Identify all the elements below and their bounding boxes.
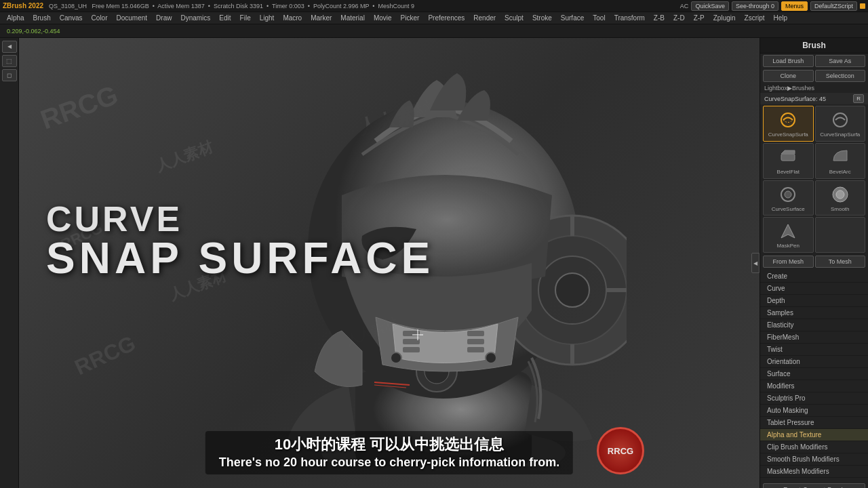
brush-clone-row: Clone SelectIcon [760, 68, 868, 83]
left-tool-2[interactable]: ⬚ [2, 55, 17, 67]
text-overlay: CURVE SNAP SURFACE [46, 201, 434, 280]
brush-smooth[interactable]: Smooth [815, 180, 866, 216]
left-tool-1[interactable]: ◀ [2, 41, 17, 53]
panel-expand-arrow[interactable]: ◀ [751, 253, 760, 273]
rrcg-logo: RRCG [597, 427, 644, 474]
menu-stroke[interactable]: Stroke [528, 14, 556, 22]
brush-shape-curve-snap-1 [777, 109, 799, 131]
menu-elasticity[interactable]: Elasticity [760, 319, 868, 331]
brush-shape-bevel-flat [777, 146, 799, 168]
menu-render[interactable]: Render [469, 14, 500, 22]
app-logo: ZBrush 2022 [3, 2, 43, 9]
quicksave-button[interactable]: QuickSave [691, 1, 729, 11]
menu-draw[interactable]: Draw [152, 14, 176, 22]
crosshair-cursor [412, 329, 423, 340]
load-brush-button[interactable]: Load Brush [763, 55, 814, 67]
menu-clip-brush[interactable]: Clip Brush Modifiers [760, 441, 868, 453]
lightbox-row[interactable]: Lightbox▶Brushes [760, 83, 868, 93]
brush-curve-snap-2[interactable]: CurveSnapSurfa [815, 106, 866, 142]
tool-row: 0.209,-0.062,-0.454 [0, 24, 868, 38]
svg-rect-18 [467, 347, 484, 352]
reset-current-brush-button[interactable]: Reset Current Brush [763, 483, 865, 488]
menu-surface[interactable]: Surface [760, 368, 868, 380]
menu-material[interactable]: Material [336, 14, 369, 22]
menu-surface[interactable]: Surface [557, 14, 588, 22]
menu-twist[interactable]: Twist [760, 344, 868, 356]
menu-orientation[interactable]: Orientation [760, 356, 868, 368]
save-as-button[interactable]: Save As [815, 55, 866, 67]
menu-zb[interactable]: Z-B [650, 14, 669, 22]
menu-samples[interactable]: Samples [760, 307, 868, 319]
to-mesh-button[interactable]: To Mesh [815, 256, 866, 268]
main-layout: ◀ ⬚ ◻ RRCG 人人素材 RRCG 人人素材 RRCG 人人素材 人人素材 [0, 38, 868, 488]
brush-curve-snap-1[interactable]: CurveSnapSurfa [763, 106, 814, 142]
svg-point-6 [555, 273, 589, 307]
from-mesh-button[interactable]: From Mesh [763, 256, 814, 268]
menu-zplugin[interactable]: Zplugin [709, 14, 740, 22]
brush-label-bevel-arc: BevelArc [829, 169, 851, 176]
menu-movie[interactable]: Movie [370, 14, 396, 22]
orange-indicator [860, 3, 865, 9]
brush-bevel-arc[interactable]: BevelArc [815, 143, 866, 179]
svg-rect-27 [781, 154, 795, 161]
menu-zscript[interactable]: Zscript [741, 14, 769, 22]
select-icon-button[interactable]: SelectIcon [815, 70, 866, 82]
svg-rect-17 [467, 339, 484, 344]
menu-preferences[interactable]: Preferences [424, 14, 469, 22]
menu-marker[interactable]: Marker [307, 14, 336, 22]
brush-curve-surface[interactable]: CurveSurface [763, 180, 814, 216]
clone-button[interactable]: Clone [763, 70, 814, 82]
menu-curve[interactable]: Curve [760, 283, 868, 295]
brush-panel-header: Brush [760, 38, 868, 54]
brush-shape-mask-pen [777, 220, 799, 242]
menu-document[interactable]: Document [113, 14, 152, 22]
brush-mask-pen[interactable]: MaskPen [763, 217, 814, 253]
menu-canvas[interactable]: Canvas [56, 14, 87, 22]
menu-create[interactable]: Create [760, 270, 868, 283]
menu-smooth-brush[interactable]: Smooth Brush Modifiers [760, 453, 868, 466]
menu-fibermesh[interactable]: FiberMesh [760, 331, 868, 344]
menu-file[interactable]: File [236, 14, 255, 22]
see-through-button[interactable]: See-through 0 [732, 1, 778, 11]
subtitle-chinese: 10小时的课程 可以从中挑选出信息 [219, 435, 559, 455]
menu-auto-masking[interactable]: Auto Masking [760, 405, 868, 417]
brush-bevel-flat[interactable]: BevelFlat [763, 143, 814, 179]
menu-zp[interactable]: Z-P [690, 14, 709, 22]
menu-help[interactable]: Help [770, 14, 792, 22]
menu-alpha[interactable]: Alpha [3, 14, 28, 22]
brush-label-smooth: Smooth [831, 207, 850, 213]
svg-rect-15 [403, 347, 420, 352]
menu-edit[interactable]: Edit [215, 14, 235, 22]
viewport[interactable]: RRCG 人人素材 RRCG 人人素材 RRCG 人人素材 人人素材 [19, 38, 760, 488]
left-toolbar: ◀ ⬚ ◻ [0, 38, 19, 488]
svg-point-21 [391, 352, 401, 363]
default-zscript-button[interactable]: DefaultZScript [810, 1, 857, 11]
menu-tablet-pressure[interactable]: Tablet Pressure [760, 417, 868, 429]
menus-button[interactable]: Menus [781, 1, 808, 11]
menu-tool[interactable]: Tool [589, 14, 609, 22]
brush-shape-smooth [829, 184, 851, 205]
menu-zd[interactable]: Z-D [669, 14, 689, 22]
brush-empty[interactable] [815, 217, 866, 253]
r-key-indicator: R [853, 94, 864, 103]
menu-light[interactable]: Light [256, 14, 279, 22]
menu-macro[interactable]: Macro [279, 14, 306, 22]
menu-alpha-texture[interactable]: Alpha and Texture [760, 429, 868, 441]
menu-modifiers[interactable]: Modifiers [760, 380, 868, 392]
menu-picker[interactable]: Picker [397, 14, 424, 22]
menu-dynamics[interactable]: Dynamics [176, 14, 214, 22]
left-tool-3[interactable]: ◻ [2, 69, 17, 81]
menu-color[interactable]: Color [87, 14, 112, 22]
menu-sculpt[interactable]: Sculpt [500, 14, 528, 22]
menu-depth[interactable]: Depth [760, 295, 868, 307]
svg-point-29 [785, 191, 791, 198]
menu-sculptris-pro[interactable]: Sculptris Pro [760, 392, 868, 405]
menu-maskmesh[interactable]: MaskMesh Modifiers [760, 466, 868, 478]
curve-snap-label: CurveSnapSurface: 45 [764, 96, 826, 102]
menu-transform[interactable]: Transform [610, 14, 649, 22]
subtitle-overlay: 10小时的课程 可以从中挑选出信息 There's no 20 hour cou… [205, 431, 573, 474]
top-bar: ZBrush 2022 QS_3108_UH Free Mem 15.046GB… [0, 0, 868, 12]
svg-rect-16 [467, 331, 484, 336]
menu-brush[interactable]: Brush [29, 14, 55, 22]
mesh-row: From Mesh To Mesh [760, 254, 868, 269]
